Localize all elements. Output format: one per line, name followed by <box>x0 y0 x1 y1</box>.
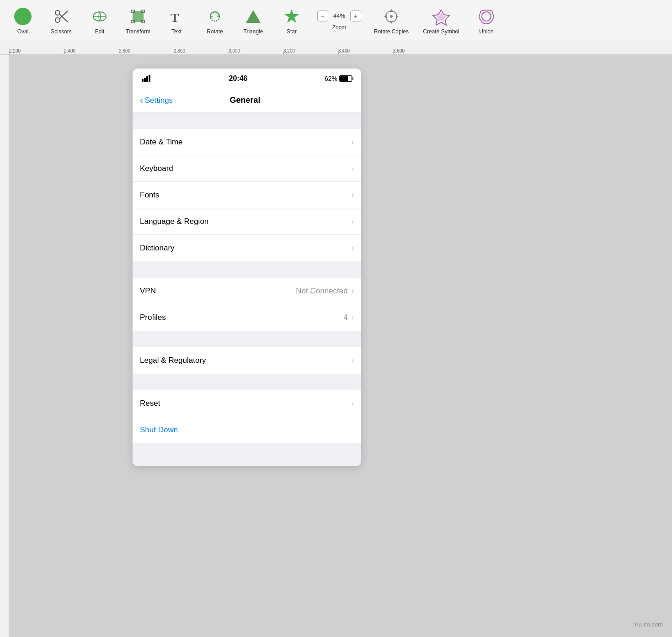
shutdown-label: Shut Down <box>140 425 354 435</box>
svg-marker-13 <box>284 9 299 23</box>
zoom-minus-button[interactable]: − <box>317 11 328 21</box>
bottom-spacer <box>133 443 361 466</box>
edit-tool[interactable]: Edit <box>81 2 118 39</box>
chevron-icon: › <box>352 399 354 408</box>
svg-rect-23 <box>149 75 150 82</box>
svg-point-0 <box>55 11 60 15</box>
settings-item-profiles[interactable]: Profiles 4 › <box>133 304 361 331</box>
reset-label: Reset <box>140 399 352 408</box>
transform-icon <box>128 6 148 27</box>
svg-marker-15 <box>396 15 399 18</box>
nav-title: General <box>173 96 317 105</box>
battery-icon <box>339 75 352 82</box>
watermark: Yuucn.com <box>634 621 663 628</box>
union-icon <box>476 6 496 27</box>
battery-percentage: 62% <box>325 75 337 82</box>
settings-item-keyboard[interactable]: Keyboard › <box>133 155 361 182</box>
rotate-icon <box>205 6 225 27</box>
settings-item-fonts[interactable]: Fonts › <box>133 182 361 208</box>
settings-section-3: Legal & Regulatory › <box>133 347 361 374</box>
svg-point-1 <box>55 18 60 22</box>
ruler-tick: 2,600 <box>119 48 174 54</box>
star-label: Star <box>287 28 297 35</box>
zoom-value: 44% <box>330 12 348 19</box>
section-spacer-1 <box>133 112 361 129</box>
iphone-frame: 20:46 62% ‹ Settings General Date & Time… <box>133 69 361 466</box>
section-spacer-2 <box>133 261 361 278</box>
triangle-tool[interactable]: Triangle <box>235 2 272 39</box>
chevron-icon: › <box>352 138 354 146</box>
create-symbol-tool[interactable]: Create Symbol <box>416 2 466 39</box>
chevron-icon: › <box>352 218 354 226</box>
language-label: Language & Region <box>140 217 352 226</box>
oval-tool[interactable]: Oval <box>5 2 41 39</box>
text-tool[interactable]: T Text <box>158 2 195 39</box>
settings-item-reset[interactable]: Reset › <box>133 390 361 417</box>
settings-section-1: Date & Time › Keyboard › Fonts › Languag… <box>133 129 361 261</box>
ruler: 2,200 2,400 2,600 2,800 3,000 3,200 3,40… <box>0 41 672 55</box>
chevron-icon: › <box>352 287 354 295</box>
ruler-tick: 3,600 <box>393 48 448 54</box>
toolbar: Oval Scissors Edit <box>0 0 672 41</box>
chevron-icon: › <box>352 356 354 365</box>
chevron-icon: › <box>352 191 354 199</box>
text-label: Text <box>171 28 181 35</box>
edit-icon <box>90 6 110 27</box>
canvas-area[interactable]: 20:46 62% ‹ Settings General Date & Time… <box>0 55 672 637</box>
vpn-value: Not Connected <box>296 287 347 296</box>
rotate-copies-icon <box>381 6 401 27</box>
scissors-icon <box>51 6 71 27</box>
ruler-tick: 3,200 <box>283 48 338 54</box>
svg-rect-21 <box>144 78 146 82</box>
ruler-tick: 2,400 <box>64 48 119 54</box>
back-chevron-icon: ‹ <box>140 95 143 106</box>
rotate-tool[interactable]: Rotate <box>197 2 233 39</box>
svg-marker-14 <box>389 9 393 12</box>
keyboard-label: Keyboard <box>140 164 352 173</box>
dictionary-label: Dictionary <box>140 244 352 253</box>
triangle-icon <box>243 6 263 27</box>
signal-icon <box>142 74 152 83</box>
status-time: 20:46 <box>229 74 248 83</box>
settings-item-language[interactable]: Language & Region › <box>133 208 361 235</box>
legal-label: Legal & Regulatory <box>140 356 352 365</box>
scissors-label: Scissors <box>51 28 71 35</box>
oval-icon <box>13 6 33 27</box>
union-tool[interactable]: Union <box>468 2 505 39</box>
ruler-tick: 3,000 <box>229 48 283 54</box>
zoom-plus-button[interactable]: + <box>350 11 361 21</box>
back-button[interactable]: ‹ Settings <box>140 95 173 106</box>
ruler-tick: 2,200 <box>9 48 64 54</box>
settings-item-shutdown[interactable]: Shut Down <box>133 417 361 443</box>
settings-item-legal[interactable]: Legal & Regulatory › <box>133 347 361 374</box>
rotate-copies-tool[interactable]: Rotate Copies <box>368 2 414 39</box>
chevron-icon: › <box>352 165 354 173</box>
transform-label: Transform <box>126 28 150 35</box>
svg-marker-12 <box>246 10 261 23</box>
date-time-label: Date & Time <box>140 138 352 147</box>
chevron-icon: › <box>352 313 354 322</box>
profiles-label: Profiles <box>140 313 343 322</box>
status-battery: 62% <box>325 75 352 82</box>
svg-marker-16 <box>389 21 393 24</box>
star-icon <box>282 6 302 27</box>
section-spacer-4 <box>133 374 361 390</box>
settings-item-dictionary[interactable]: Dictionary › <box>133 235 361 261</box>
transform-tool[interactable]: Transform <box>120 2 156 39</box>
settings-item-date-time[interactable]: Date & Time › <box>133 129 361 155</box>
create-symbol-label: Create Symbol <box>423 28 459 35</box>
rotate-label: Rotate <box>207 28 223 35</box>
scissors-tool[interactable]: Scissors <box>43 2 80 39</box>
zoom-control: − 44% + Zoom <box>312 2 367 39</box>
ruler-tick: 3,400 <box>338 48 393 54</box>
svg-marker-17 <box>384 15 387 18</box>
star-tool[interactable]: Star <box>273 2 310 39</box>
union-label: Union <box>479 28 493 35</box>
left-ruler <box>0 55 9 637</box>
text-icon: T <box>166 6 187 27</box>
settings-section-4: Reset › <box>133 390 361 417</box>
settings-item-vpn[interactable]: VPN Not Connected › <box>133 278 361 304</box>
fonts-label: Fonts <box>140 191 352 200</box>
svg-rect-22 <box>146 76 148 82</box>
svg-text:T: T <box>171 11 179 25</box>
